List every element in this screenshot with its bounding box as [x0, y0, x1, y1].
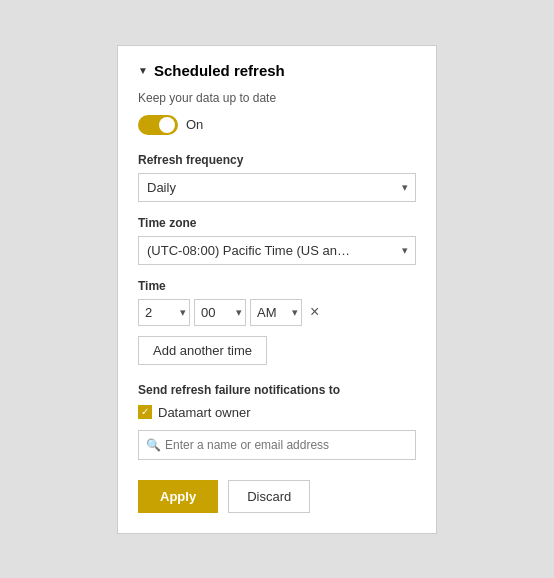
- hour-select[interactable]: 1 2 3 4 5 6 7 8 9 10 11 12: [138, 299, 190, 326]
- scheduled-refresh-panel: ▼ Scheduled refresh Keep your data up to…: [117, 45, 437, 534]
- time-zone-wrapper: (UTC-08:00) Pacific Time (US an… ▾: [138, 236, 416, 265]
- refresh-frequency-label: Refresh frequency: [138, 153, 416, 167]
- hour-wrapper: 1 2 3 4 5 6 7 8 9 10 11 12 ▾: [138, 299, 190, 326]
- checkmark-icon: ✓: [141, 407, 149, 417]
- add-another-time-button[interactable]: Add another time: [138, 336, 267, 365]
- time-zone-select[interactable]: (UTC-08:00) Pacific Time (US an…: [138, 236, 416, 265]
- email-input-wrap: 🔍: [138, 430, 416, 460]
- discard-button[interactable]: Discard: [228, 480, 310, 513]
- refresh-frequency-select[interactable]: Daily Weekly: [138, 173, 416, 202]
- refresh-frequency-wrapper: Daily Weekly ▾: [138, 173, 416, 202]
- remove-time-button[interactable]: ×: [306, 302, 323, 322]
- ampm-select[interactable]: AM PM: [250, 299, 302, 326]
- button-row: Apply Discard: [138, 480, 416, 513]
- time-zone-label: Time zone: [138, 216, 416, 230]
- toggle-row: On: [138, 115, 416, 135]
- toggle-switch[interactable]: [138, 115, 178, 135]
- minute-select[interactable]: 00 15 30 45: [194, 299, 246, 326]
- datamart-owner-checkbox[interactable]: ✓: [138, 405, 152, 419]
- checkbox-row: ✓ Datamart owner: [138, 405, 416, 420]
- section-header: ▼ Scheduled refresh: [138, 62, 416, 79]
- panel-title: Scheduled refresh: [154, 62, 285, 79]
- ampm-wrapper: AM PM ▾: [250, 299, 302, 326]
- email-input[interactable]: [138, 430, 416, 460]
- subtitle: Keep your data up to date: [138, 91, 416, 105]
- time-row: 1 2 3 4 5 6 7 8 9 10 11 12 ▾ 00 15 30 45: [138, 299, 416, 326]
- apply-button[interactable]: Apply: [138, 480, 218, 513]
- search-icon: 🔍: [146, 438, 161, 452]
- minute-wrapper: 00 15 30 45 ▾: [194, 299, 246, 326]
- datamart-owner-label: Datamart owner: [158, 405, 250, 420]
- notifications-label: Send refresh failure notifications to: [138, 383, 416, 397]
- toggle-label: On: [186, 117, 203, 132]
- time-label: Time: [138, 279, 416, 293]
- toggle-thumb: [159, 117, 175, 133]
- collapse-icon[interactable]: ▼: [138, 65, 148, 76]
